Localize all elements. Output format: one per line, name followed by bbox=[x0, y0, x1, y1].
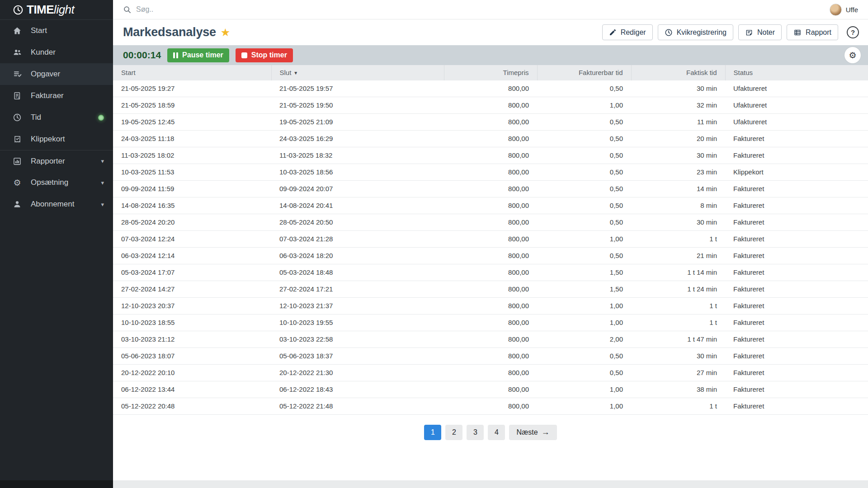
table-row[interactable]: 10-10-2023 18:55 10-10-2023 19:55 800,00… bbox=[113, 314, 868, 331]
table-row[interactable]: 10-03-2025 11:53 10-03-2025 18:56 800,00… bbox=[113, 164, 868, 180]
table-row[interactable]: 11-03-2025 18:02 11-03-2025 18:32 800,00… bbox=[113, 147, 868, 164]
sidebar-item-opgaver[interactable]: Opgaver bbox=[0, 63, 113, 85]
table-row[interactable]: 27-02-2024 14:27 27-02-2024 17:21 800,00… bbox=[113, 281, 868, 297]
cell-faktisk-tid: 20 min bbox=[631, 130, 725, 147]
sidebar-item-klippekort[interactable]: Klippekort bbox=[0, 128, 113, 150]
table-row[interactable]: 20-12-2022 20:10 20-12-2022 21:30 800,00… bbox=[113, 364, 868, 381]
table-row[interactable]: 05-06-2023 18:07 05-06-2023 18:37 800,00… bbox=[113, 347, 868, 364]
page-button-2[interactable]: 2 bbox=[445, 425, 462, 440]
search-input[interactable] bbox=[136, 5, 326, 14]
cell-faktisk-tid: 38 min bbox=[631, 381, 725, 398]
cell-slut: 03-10-2023 22:58 bbox=[271, 331, 444, 347]
cell-slut: 12-10-2023 21:37 bbox=[271, 297, 444, 314]
stop-timer-button[interactable]: Stop timer bbox=[236, 48, 293, 62]
sidebar-item-opsaetning[interactable]: ⚙ Opsætning ▾ bbox=[0, 172, 113, 193]
cell-faktisk-tid: 30 min bbox=[631, 214, 725, 230]
sidebar-item-fakturaer[interactable]: $ Fakturaer bbox=[0, 85, 113, 107]
sidebar-item-start[interactable]: Start bbox=[0, 20, 113, 42]
cell-start: 28-05-2024 20:20 bbox=[113, 214, 271, 230]
cell-timepris: 800,00 bbox=[444, 197, 537, 214]
cell-fakturerbar-tid: 1,50 bbox=[537, 264, 631, 281]
chevron-down-icon: ▾ bbox=[101, 158, 104, 164]
cell-start: 11-03-2025 18:02 bbox=[113, 147, 271, 164]
user-menu[interactable]: Uffe bbox=[830, 4, 858, 16]
page-button-3[interactable]: 3 bbox=[467, 425, 484, 440]
cell-timepris: 800,00 bbox=[444, 364, 537, 381]
table-row[interactable]: 28-05-2024 20:20 28-05-2024 20:50 800,00… bbox=[113, 214, 868, 230]
table-row[interactable]: 12-10-2023 20:37 12-10-2023 21:37 800,00… bbox=[113, 297, 868, 314]
page-button-1[interactable]: 1 bbox=[424, 425, 441, 440]
sidebar-item-kunder[interactable]: Kunder bbox=[0, 42, 113, 63]
cell-faktisk-tid: 1 t bbox=[631, 297, 725, 314]
cell-fakturerbar-tid: 0,50 bbox=[537, 214, 631, 230]
cell-timepris: 800,00 bbox=[444, 164, 537, 180]
cell-slut: 27-02-2024 17:21 bbox=[271, 281, 444, 297]
table-row[interactable]: 09-09-2024 11:59 09-09-2024 20:07 800,00… bbox=[113, 180, 868, 197]
page-button-4[interactable]: 4 bbox=[488, 425, 505, 440]
cell-start: 12-10-2023 20:37 bbox=[113, 297, 271, 314]
cell-fakturerbar-tid: 0,50 bbox=[537, 247, 631, 264]
cell-start: 19-05-2025 12:45 bbox=[113, 113, 271, 130]
column-header-start[interactable]: Start bbox=[113, 65, 271, 80]
notes-button-label: Noter bbox=[757, 28, 775, 37]
sidebar-item-abonnement[interactable]: Abonnement ▾ bbox=[0, 193, 113, 215]
cell-status: Faktureret bbox=[725, 197, 868, 214]
cell-slut: 10-10-2023 19:55 bbox=[271, 314, 444, 331]
table-row[interactable]: 06-12-2022 13:44 06-12-2022 18:43 800,00… bbox=[113, 381, 868, 398]
cell-faktisk-tid: 1 t 14 min bbox=[631, 264, 725, 281]
column-header-slut[interactable]: Slut▼ bbox=[271, 65, 444, 80]
invoice-icon: $ bbox=[12, 91, 23, 100]
cell-slut: 06-12-2022 18:43 bbox=[271, 381, 444, 398]
favorite-star-icon[interactable]: ★ bbox=[221, 26, 231, 39]
cell-fakturerbar-tid: 2,00 bbox=[537, 331, 631, 347]
table-row[interactable]: 05-12-2022 20:48 05-12-2022 21:48 800,00… bbox=[113, 398, 868, 414]
stop-icon bbox=[241, 52, 247, 58]
cell-faktisk-tid: 1 t 47 min bbox=[631, 331, 725, 347]
cell-timepris: 800,00 bbox=[444, 230, 537, 247]
cell-slut: 05-06-2023 18:37 bbox=[271, 347, 444, 364]
quick-register-button[interactable]: Kvikregistrering bbox=[658, 24, 733, 40]
table-row[interactable]: 21-05-2025 18:59 21-05-2025 19:50 800,00… bbox=[113, 97, 868, 113]
cell-timepris: 800,00 bbox=[444, 130, 537, 147]
notes-button[interactable]: Noter bbox=[738, 24, 782, 40]
cell-start: 05-12-2022 20:48 bbox=[113, 398, 271, 414]
cell-status: Faktureret bbox=[725, 230, 868, 247]
column-header-timepris[interactable]: Timepris bbox=[444, 65, 537, 80]
cell-status: Faktureret bbox=[725, 264, 868, 281]
table-row[interactable]: 03-10-2023 21:12 03-10-2023 22:58 800,00… bbox=[113, 331, 868, 347]
cell-status: Faktureret bbox=[725, 331, 868, 347]
cell-status: Faktureret bbox=[725, 214, 868, 230]
table-row[interactable]: 24-03-2025 11:18 24-03-2025 16:29 800,00… bbox=[113, 130, 868, 147]
table-settings-button[interactable]: ⚙ bbox=[844, 47, 861, 63]
pause-timer-button[interactable]: Pause timer bbox=[167, 48, 229, 62]
sidebar-item-label: Kunder bbox=[31, 48, 56, 57]
sidebar-item-rapporter[interactable]: Rapporter ▾ bbox=[0, 150, 113, 172]
table-row[interactable]: 07-03-2024 12:24 07-03-2024 21:28 800,00… bbox=[113, 230, 868, 247]
cell-start: 09-09-2024 11:59 bbox=[113, 180, 271, 197]
table-row[interactable]: 14-08-2024 16:35 14-08-2024 20:41 800,00… bbox=[113, 197, 868, 214]
next-page-button[interactable]: Næste → bbox=[509, 425, 557, 440]
app-logo[interactable]: TIMElight bbox=[0, 0, 113, 20]
cell-start: 07-03-2024 12:24 bbox=[113, 230, 271, 247]
search-bar[interactable] bbox=[123, 5, 830, 14]
cell-fakturerbar-tid: 1,00 bbox=[537, 398, 631, 414]
column-header-fakturerbar-tid[interactable]: Fakturerbar tid bbox=[537, 65, 631, 80]
cell-faktisk-tid: 8 min bbox=[631, 197, 725, 214]
cell-timepris: 800,00 bbox=[444, 398, 537, 414]
report-button[interactable]: Rapport bbox=[787, 24, 838, 40]
cell-slut: 28-05-2024 20:50 bbox=[271, 214, 444, 230]
table-row[interactable]: 06-03-2024 12:14 06-03-2024 18:20 800,00… bbox=[113, 247, 868, 264]
chevron-down-icon: ▾ bbox=[101, 179, 104, 186]
column-header-status[interactable]: Status bbox=[725, 65, 868, 80]
table-row[interactable]: 05-03-2024 17:07 05-03-2024 18:48 800,00… bbox=[113, 264, 868, 281]
table-row[interactable]: 21-05-2025 19:27 21-05-2025 19:57 800,00… bbox=[113, 80, 868, 97]
help-icon[interactable]: ? bbox=[847, 26, 859, 38]
cell-status: Faktureret bbox=[725, 281, 868, 297]
sidebar-item-tid[interactable]: Tid bbox=[0, 107, 113, 128]
table-row[interactable]: 19-05-2025 12:45 19-05-2025 21:09 800,00… bbox=[113, 113, 868, 130]
edit-button[interactable]: Rediger bbox=[602, 24, 653, 40]
punch-card-icon bbox=[12, 135, 23, 144]
column-header-faktisk-tid[interactable]: Faktisk tid bbox=[631, 65, 725, 80]
bar-chart-icon bbox=[12, 157, 23, 166]
timer-bar: 00:00:14 Pause timer Stop timer ⚙ bbox=[113, 45, 868, 65]
